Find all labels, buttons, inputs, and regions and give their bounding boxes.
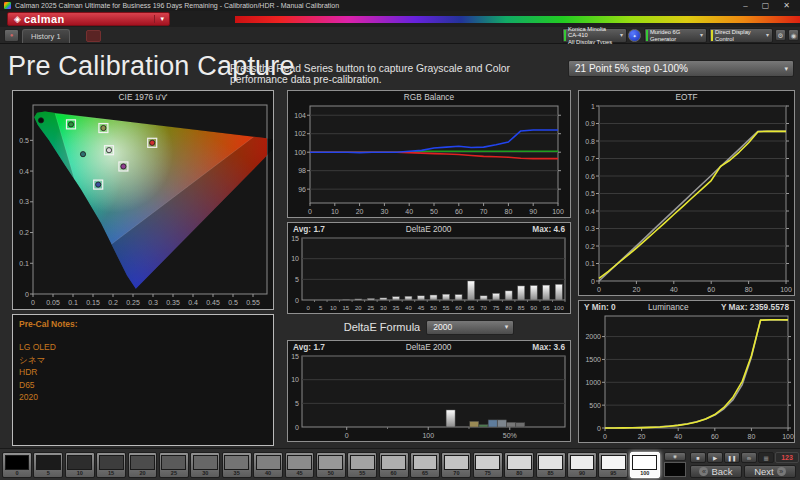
tab-history-1[interactable]: History 1 <box>22 29 70 43</box>
gray-patch-button-30[interactable]: 30 <box>190 452 220 478</box>
gray-patch-button-20[interactable]: 20 <box>128 452 158 478</box>
close-icon[interactable]: ✕ <box>783 1 790 11</box>
gray-patch-button-85[interactable]: 85 <box>536 452 566 478</box>
gray-patch-button-60[interactable]: 60 <box>379 452 409 478</box>
meter-mode-icon[interactable]: ▦ <box>758 452 774 463</box>
window-title: Calman 2025 Calman Ultimate for Business… <box>15 2 339 9</box>
svg-text:80: 80 <box>505 305 512 311</box>
svg-text:100: 100 <box>554 305 565 311</box>
instruction-text: Press the Read Series button to capture … <box>230 63 560 85</box>
meter-device-button[interactable]: Konica Minolta CA-410 All Display Types … <box>562 28 627 43</box>
svg-text:80: 80 <box>748 433 756 440</box>
patch-window-button[interactable]: ◉ <box>664 452 686 461</box>
svg-text:0.9: 0.9 <box>585 120 595 127</box>
svg-text:0: 0 <box>308 208 312 215</box>
svg-text:100: 100 <box>782 433 794 440</box>
deltae-avg-label: Avg: 1.7 <box>293 224 325 235</box>
svg-text:0.1: 0.1 <box>585 260 595 267</box>
gray-swatch <box>36 455 61 470</box>
gray-patch-button-90[interactable]: 90 <box>567 452 597 478</box>
gray-patch-label: 100 <box>632 470 657 477</box>
gray-patch-label: 95 <box>601 470 626 477</box>
svg-text:0: 0 <box>597 286 601 293</box>
luminance-ymin-label: Y Min: 0 <box>584 302 616 313</box>
gray-swatch <box>538 455 563 470</box>
precal-note-line: シネマ <box>19 354 267 367</box>
deltae-formula-dropdown[interactable]: 2000 ▾ <box>426 320 514 335</box>
svg-text:0: 0 <box>597 425 601 432</box>
display-control-button[interactable]: Direct Display Control ▾ <box>709 28 773 43</box>
deltae-title: DeltaE 2000 <box>325 224 532 235</box>
gray-patch-label: 5 <box>36 470 61 477</box>
precal-note-line: HDR <box>19 366 267 379</box>
gray-patch-button-10[interactable]: 10 <box>65 452 95 478</box>
display-status-bar <box>711 30 713 41</box>
loop-icon[interactable]: ∞ <box>741 452 757 463</box>
gray-patch-button-70[interactable]: 70 <box>441 452 471 478</box>
generator-status-bar <box>646 30 648 41</box>
precal-notes-body: LG OLEDシネマHDRD652020 <box>19 341 267 404</box>
svg-text:0.4: 0.4 <box>585 208 595 215</box>
gray-patch-button-100[interactable]: 100 <box>630 452 660 478</box>
svg-text:0.55: 0.55 <box>246 299 260 306</box>
patch-window-preview[interactable] <box>664 462 686 477</box>
gray-patch-label: 10 <box>67 470 92 477</box>
gray-patch-button-0[interactable]: 0 <box>2 452 32 478</box>
svg-text:5: 5 <box>295 400 299 407</box>
gray-patch-button-40[interactable]: 40 <box>253 452 283 478</box>
deltae-color-title: DeltaE 2000 <box>325 342 532 353</box>
play-icon[interactable]: ▶ <box>707 452 723 463</box>
gray-patch-button-50[interactable]: 50 <box>316 452 346 478</box>
deltae-color-max-label: Max: 3.6 <box>532 342 565 353</box>
pause-icon[interactable]: ❚❚ <box>724 452 740 463</box>
point-counter: 123 <box>775 452 799 463</box>
gray-patch-button-80[interactable]: 80 <box>504 452 534 478</box>
svg-text:100: 100 <box>294 149 306 156</box>
gray-patch-button-65[interactable]: 65 <box>410 452 440 478</box>
chevron-down-icon: ▾ <box>505 323 514 331</box>
svg-text:98: 98 <box>298 167 306 174</box>
rgb-balance-panel: RGB Balance 9698100102104010203040506070… <box>287 90 571 218</box>
settings-gear-icon[interactable]: ⚙ <box>775 29 786 41</box>
scope-icon[interactable]: ◉ <box>788 29 799 41</box>
precal-notes-panel[interactable]: Pre-Cal Notes: LG OLEDシネマHDRD652020 <box>12 314 274 446</box>
gray-patch-button-25[interactable]: 25 <box>159 452 189 478</box>
gray-patch-button-75[interactable]: 75 <box>473 452 503 478</box>
back-button[interactable]: « Back <box>690 465 742 478</box>
svg-text:5: 5 <box>319 305 323 311</box>
point-series-dropdown[interactable]: 21 Point 5% step 0-100% ▾ <box>568 60 794 77</box>
gray-patch-button-35[interactable]: 35 <box>222 452 252 478</box>
gray-patch-button-15[interactable]: 15 <box>96 452 126 478</box>
maximize-icon[interactable]: ▢ <box>762 1 770 11</box>
meter-led-icon[interactable]: ✦ <box>628 29 641 42</box>
tab-row: ● History 1 Konica Minolta CA-410 All Di… <box>0 27 800 44</box>
gray-patch-label: 65 <box>413 470 438 477</box>
svg-text:60: 60 <box>455 305 462 311</box>
svg-text:102: 102 <box>294 130 306 137</box>
svg-text:70: 70 <box>480 208 488 215</box>
precal-note-line: LG OLED <box>19 341 267 354</box>
workflow-menu-button[interactable]: ● <box>4 29 19 42</box>
stop-icon[interactable]: ■ <box>690 452 706 463</box>
generator-device-button[interactable]: Murideo 6G Generator ▾ <box>644 28 707 43</box>
next-arrow-icon: » <box>777 467 786 476</box>
cie-chart-title: CIE 1976 u'v' <box>18 92 268 103</box>
tab-extra-button[interactable] <box>86 30 101 42</box>
gray-patch-button-55[interactable]: 55 <box>347 452 377 478</box>
gray-patch-label: 75 <box>475 470 500 477</box>
gray-patch-button-45[interactable]: 45 <box>285 452 315 478</box>
svg-text:0: 0 <box>603 433 607 440</box>
calman-menu-button[interactable]: ◈ calman ▾ <box>7 12 170 26</box>
minimize-icon[interactable]: – <box>743 1 747 11</box>
gray-swatch <box>5 455 30 470</box>
gray-patch-label: 30 <box>193 470 218 477</box>
svg-text:0.2: 0.2 <box>108 299 118 306</box>
svg-text:60: 60 <box>707 286 715 293</box>
gray-patch-button-95[interactable]: 95 <box>598 452 628 478</box>
svg-text:95: 95 <box>543 305 550 311</box>
gray-patch-button-5[interactable]: 5 <box>33 452 63 478</box>
next-button[interactable]: Next » <box>744 465 796 478</box>
svg-text:70: 70 <box>480 305 487 311</box>
svg-text:0.5: 0.5 <box>19 137 29 144</box>
svg-text:0.6: 0.6 <box>585 173 595 180</box>
